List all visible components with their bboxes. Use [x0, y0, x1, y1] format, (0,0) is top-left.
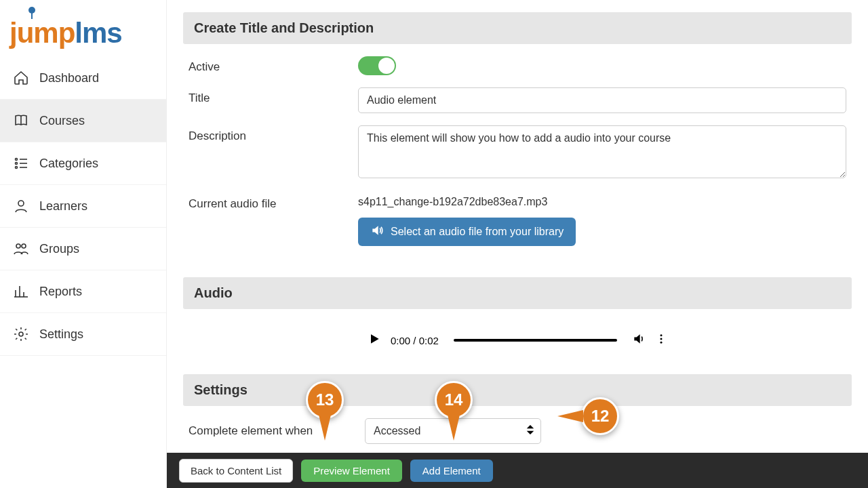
sidebar-item-label: Groups — [39, 242, 79, 256]
section-header-settings: Settings — [183, 374, 852, 406]
section-audio: Audio 0:00 / 0:02 — [183, 277, 852, 362]
users-icon — [12, 240, 30, 258]
audio-time: 0:00 / 0:02 — [391, 335, 439, 346]
svg-point-13 — [19, 332, 23, 336]
sidebar-item-categories[interactable]: Categories — [0, 142, 166, 185]
sidebar-item-settings[interactable]: Settings — [0, 313, 166, 356]
svg-point-6 — [18, 201, 24, 206]
sidebar-item-label: Reports — [39, 285, 82, 299]
sidebar: jumplms Dashboard Courses Categories — [0, 0, 167, 488]
sidebar-item-label: Learners — [39, 199, 87, 214]
book-icon — [12, 112, 30, 129]
section-settings: Settings Complete element when — [183, 374, 852, 451]
section-header-create: Create Title and Description — [183, 12, 852, 44]
chart-icon — [12, 283, 30, 300]
svg-point-7 — [16, 244, 20, 248]
nav: Dashboard Courses Categories Learners — [0, 57, 166, 356]
sidebar-item-label: Courses — [39, 114, 85, 128]
svg-point-14 — [660, 334, 663, 336]
audio-player[interactable]: 0:00 / 0:02 — [358, 325, 677, 355]
current-file-label: Current audio file — [189, 193, 358, 211]
section-create: Create Title and Description Active Titl… — [183, 12, 852, 265]
callout-13: 13 — [306, 381, 344, 419]
sidebar-item-courses[interactable]: Courses — [0, 100, 166, 142]
active-toggle[interactable] — [358, 56, 396, 75]
sidebar-item-label: Categories — [39, 157, 98, 171]
home-icon — [12, 69, 30, 87]
more-icon[interactable] — [655, 333, 667, 348]
svg-point-8 — [22, 244, 26, 248]
brand-word2: lms — [75, 17, 121, 49]
svg-point-15 — [660, 338, 663, 340]
title-label: Title — [189, 87, 358, 105]
logo: jumplms — [0, 0, 166, 52]
list-icon — [12, 155, 30, 172]
svg-point-2 — [16, 167, 18, 169]
add-button[interactable]: Add Element — [410, 460, 493, 482]
description-label: Description — [189, 125, 358, 143]
svg-point-1 — [16, 163, 18, 165]
gear-icon — [12, 325, 30, 343]
audio-track[interactable] — [454, 339, 617, 342]
play-icon[interactable] — [368, 332, 381, 348]
callout-14: 14 — [435, 381, 473, 419]
description-textarea[interactable] — [358, 125, 846, 178]
select-audio-label: Select an audio file from your library — [391, 226, 564, 238]
preview-button[interactable]: Preview Element — [301, 460, 402, 482]
active-label: Active — [189, 56, 358, 74]
sidebar-item-label: Settings — [39, 327, 83, 342]
sidebar-item-reports[interactable]: Reports — [0, 270, 166, 313]
sidebar-item-dashboard[interactable]: Dashboard — [0, 57, 166, 100]
callout-12: 12 — [581, 397, 619, 435]
sidebar-item-groups[interactable]: Groups — [0, 228, 166, 270]
svg-point-0 — [16, 159, 18, 161]
speaker-icon — [370, 224, 384, 240]
svg-point-16 — [660, 342, 663, 344]
current-file-value: s4p11_change-b192a72dbe83ea7.mp3 — [358, 193, 846, 208]
main: Create Title and Description Active Titl… — [167, 0, 868, 488]
sidebar-item-label: Dashboard — [39, 71, 99, 85]
section-header-audio: Audio — [183, 277, 852, 309]
title-input[interactable] — [358, 87, 846, 113]
back-button[interactable]: Back to Content List — [179, 459, 293, 483]
complete-label: Complete element when — [189, 424, 365, 438]
volume-icon[interactable] — [632, 332, 646, 348]
sidebar-item-learners[interactable]: Learners — [0, 185, 166, 228]
select-audio-button[interactable]: Select an audio file from your library — [358, 218, 576, 246]
bottom-bar: Back to Content List Preview Element Add… — [167, 453, 868, 488]
brand-word1: jump — [9, 17, 75, 49]
user-icon — [12, 197, 30, 215]
